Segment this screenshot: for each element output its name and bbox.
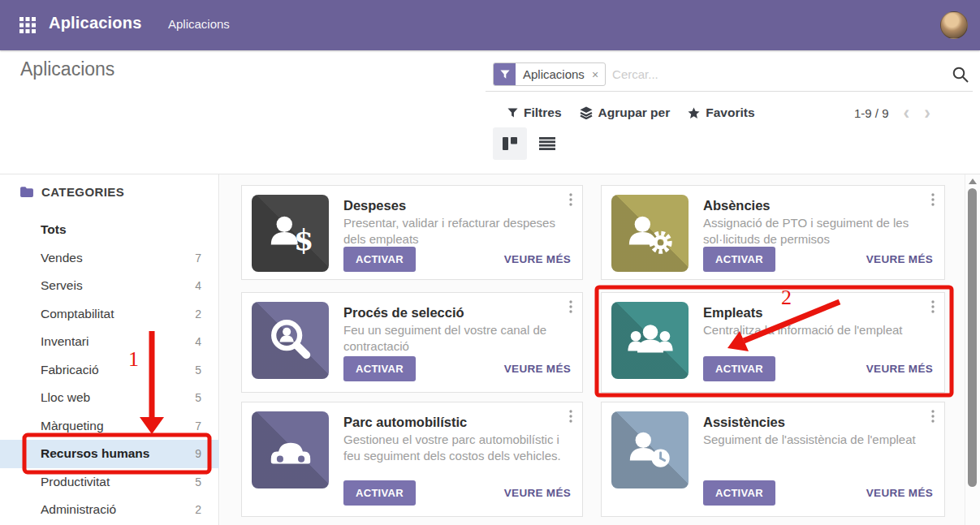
app-card-body: Despeses Presentar, validar i refacturar…: [343, 195, 572, 269]
sidebar-category-count: 5: [195, 364, 201, 377]
star-icon: [688, 107, 700, 119]
sidebar-category-màrqueting[interactable]: Màrqueting 7: [0, 412, 219, 441]
sidebar-category-count: 9: [195, 447, 201, 460]
kebab-menu-icon[interactable]: [931, 410, 935, 423]
activate-button[interactable]: ACTIVAR: [703, 480, 775, 506]
filter-funnel-icon: [494, 62, 516, 86]
app-card-description: Presentar, validar i refacturar despeses…: [343, 215, 572, 247]
app-card-body: Parc automobilístic Gestioneu el vostre …: [343, 411, 572, 506]
activate-button[interactable]: ACTIVAR: [343, 247, 416, 272]
sidebar-category-vendes[interactable]: Vendes 7: [0, 244, 219, 273]
sidebar-category-label: Serveis: [41, 278, 195, 293]
pager-next-button[interactable]: ›: [924, 105, 930, 121]
app-card-title: Empleats: [703, 303, 935, 321]
activate-button[interactable]: ACTIVAR: [343, 480, 416, 506]
app-card-title: Parc automobilístic: [343, 413, 572, 431]
activate-button[interactable]: ACTIVAR: [703, 247, 775, 272]
kanban-view-icon: [502, 136, 518, 151]
sidebar-category-recursos-humans[interactable]: Recursos humans 9: [0, 440, 219, 468]
filters-funnel-icon: [507, 108, 518, 118]
kanban-view-button[interactable]: [493, 127, 527, 160]
sidebar-category-productivitat[interactable]: Productivitat 5: [0, 468, 219, 497]
sidebar-category-label: Comptabilitat: [41, 307, 195, 321]
facet-remove-button[interactable]: ×: [590, 68, 605, 81]
sidebar-category-count: 7: [195, 420, 201, 432]
app-card-description: Centralitza la informació de l'empleat: [703, 322, 935, 338]
scrollbar[interactable]: [965, 174, 980, 525]
app-card-title: Procés de selecció: [343, 303, 572, 321]
kebab-menu-icon[interactable]: [569, 193, 572, 206]
sidebar-category-fabricació[interactable]: Fabricació 5: [0, 356, 219, 385]
activate-button[interactable]: ACTIVAR: [343, 356, 416, 381]
veure-mes-link[interactable]: VEURE MÉS: [504, 487, 571, 499]
search-facet-label: Aplicacions: [516, 67, 590, 81]
view-switcher: [493, 127, 564, 160]
list-view-icon: [539, 137, 555, 150]
kebab-menu-icon[interactable]: [931, 193, 935, 206]
scrollbar-up-arrow[interactable]: [969, 179, 977, 184]
veure-mes-link[interactable]: VEURE MÉS: [504, 253, 571, 265]
search-options: Filtres Agrupar per Favorits: [507, 102, 755, 123]
sidebar-category-count: 4: [195, 335, 201, 348]
app-card: Parc automobilístic Gestioneu el vostre …: [241, 402, 583, 517]
search-input[interactable]: [612, 67, 952, 81]
app-card-footer: ACTIVAR VEURE MÉS: [703, 480, 935, 506]
sidebar-category-comptabilitat[interactable]: Comptabilitat 2: [0, 300, 219, 329]
sidebar-category-label: Vendes: [41, 251, 195, 265]
sidebar-category-label: Màrqueting: [41, 419, 195, 433]
activate-button[interactable]: ACTIVAR: [703, 356, 775, 381]
group-by-button[interactable]: Agrupar per: [580, 105, 671, 120]
veure-mes-link[interactable]: VEURE MÉS: [866, 487, 933, 499]
categories-list: Tots Vendes 7 Serveis 4 Comptabilitat 2 …: [0, 216, 219, 524]
sidebar-category-label: Recursos humans: [41, 446, 195, 461]
top-navbar: Aplicacions Aplicacions: [0, 0, 980, 50]
kebab-menu-icon[interactable]: [569, 300, 572, 313]
sidebar-category-administració[interactable]: Administració 2: [0, 496, 219, 524]
folder-icon: [19, 186, 34, 198]
search-icon[interactable]: [952, 67, 969, 83]
favorites-button[interactable]: Favorits: [688, 105, 754, 120]
app-card: $ Despeses Presentar, validar i refactur…: [241, 185, 583, 280]
pager-prev-button[interactable]: ‹: [904, 105, 910, 121]
app-card-body: Procés de selecció Feu un seguiment del …: [343, 302, 572, 382]
search-bar[interactable]: Aplicacions ×: [486, 58, 973, 92]
sidebar-category-count: 7: [195, 252, 201, 265]
sidebar-category-tots[interactable]: Tots: [0, 216, 219, 244]
user-avatar[interactable]: [940, 11, 968, 39]
pager-range: 1-9 / 9: [854, 106, 889, 120]
sidebar-category-count: 4: [195, 279, 201, 292]
app-card-description: Feu un seguiment del vostre canal de con…: [343, 322, 572, 354]
filters-label: Filtres: [524, 105, 562, 120]
sidebar-category-count: 5: [195, 391, 201, 404]
apps-grid-menu-icon[interactable]: [19, 17, 36, 33]
svg-text:$: $: [293, 223, 313, 256]
veure-mes-link[interactable]: VEURE MÉS: [504, 363, 571, 375]
categories-header: CATEGORIES: [19, 185, 124, 199]
sidebar-category-inventari[interactable]: Inventari 4: [0, 328, 219, 356]
app-card-body: Absències Assignació de PTO i seguiment …: [703, 195, 935, 269]
list-view-button[interactable]: [530, 127, 564, 160]
app-title: Aplicacions: [49, 14, 141, 32]
app-card-footer: ACTIVAR VEURE MÉS: [343, 356, 572, 382]
app-card-title: Assistències: [703, 413, 935, 431]
attendance-person-clock-icon: [611, 411, 689, 488]
sidebar-category-label: Administració: [41, 502, 195, 517]
kebab-menu-icon[interactable]: [569, 410, 572, 423]
app-card: Absències Assignació de PTO i seguiment …: [601, 185, 945, 280]
sidebar-category-label: Inventari: [41, 334, 195, 349]
scrollbar-thumb[interactable]: [968, 188, 977, 487]
odoo-apps-window: Aplicacions Aplicacions Aplicacions Apli…: [0, 0, 980, 525]
kebab-menu-icon[interactable]: [931, 300, 935, 313]
sidebar-category-label: Lloc web: [41, 390, 195, 405]
veure-mes-link[interactable]: VEURE MÉS: [866, 253, 933, 265]
search-facet: Aplicacions ×: [493, 62, 606, 86]
app-card-footer: ACTIVAR VEURE MÉS: [703, 356, 935, 382]
app-card-description: Gestioneu el vostre parc automobilístic …: [343, 432, 572, 463]
app-card-description: Seguiment de l'assistència de l'empleat: [703, 432, 935, 448]
menu-item-aplicacions[interactable]: Aplicacions: [168, 17, 230, 31]
filters-button[interactable]: Filtres: [507, 105, 562, 120]
veure-mes-link[interactable]: VEURE MÉS: [866, 363, 933, 375]
sidebar-category-serveis[interactable]: Serveis 4: [0, 272, 219, 300]
sidebar-category-lloc-web[interactable]: Lloc web 5: [0, 384, 219, 412]
app-card-footer: ACTIVAR VEURE MÉS: [343, 247, 572, 273]
